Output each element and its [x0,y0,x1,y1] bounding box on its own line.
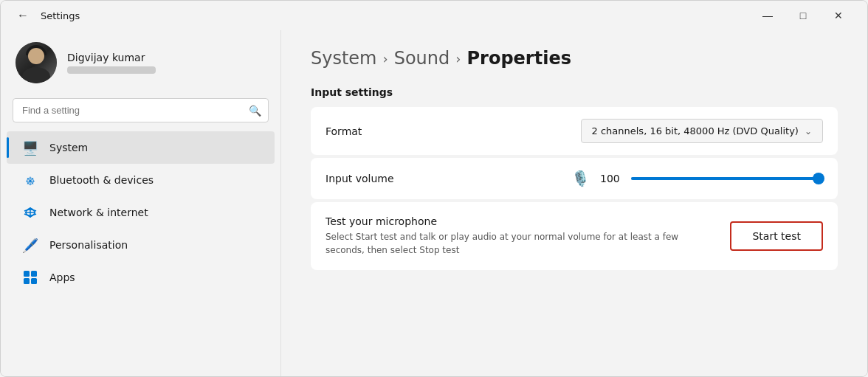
volume-card: Input volume 🎙️ 100 [311,158,838,199]
slider-fill [631,177,823,180]
format-label: Format [326,125,362,137]
maximize-button[interactable]: □ [786,4,820,27]
apps-icon [21,269,39,286]
sidebar-item-label-apps: Apps [49,271,75,283]
title-bar: ← Settings — □ ✕ [1,1,867,30]
sidebar-item-label-personalisation: Personalisation [49,239,128,251]
sidebar-item-label-system: System [49,142,88,153]
sidebar-item-label-bluetooth: Bluetooth & devices [49,174,154,186]
svg-rect-2 [24,271,30,277]
user-info: Digvijay kumar [67,52,156,74]
sidebar-item-label-network: Network & internet [49,207,148,218]
breadcrumb-sep-1: › [383,51,388,66]
search-box: 🔍 [13,98,269,122]
settings-window: ← Settings — □ ✕ Digvijay kum [0,0,868,377]
volume-value: 100 [600,173,621,184]
avatar-image [16,42,57,83]
mic-test-card: Test your microphone Select Start test a… [311,202,838,270]
search-input[interactable] [13,98,269,122]
svg-rect-5 [31,278,37,284]
user-account-bar [67,66,156,74]
search-icon: 🔍 [249,105,261,117]
window-title: Settings [41,10,80,21]
network-icon [21,204,39,221]
volume-controls: 🎙️ 100 [571,170,823,187]
breadcrumb-sep-2: › [455,51,461,66]
format-row: Format 2 channels, 16 bit, 48000 Hz (DVD… [311,107,838,155]
svg-rect-3 [31,271,37,277]
sidebar-item-system[interactable]: 🖥️ System [7,131,275,164]
section-header: Input settings [311,86,838,98]
start-test-button[interactable]: Start test [730,221,823,251]
sidebar-item-network[interactable]: Network & internet [7,196,275,229]
volume-label: Input volume [326,173,394,184]
content-area: System › Sound › Properties Input settin… [281,30,867,376]
slider-thumb [813,173,824,184]
format-card: Format 2 channels, 16 bit, 48000 Hz (DVD… [311,107,838,155]
format-dropdown[interactable]: 2 channels, 16 bit, 48000 Hz (DVD Qualit… [581,119,823,143]
breadcrumb-sound[interactable]: Sound [394,48,450,69]
mic-test-title: Test your microphone [326,215,680,227]
volume-slider[interactable] [631,177,823,180]
user-profile: Digvijay kumar [1,30,280,98]
avatar [16,42,57,83]
system-icon: 🖥️ [21,139,39,156]
breadcrumb-properties: Properties [466,48,571,69]
bluetooth-icon: ⎈ [21,171,39,189]
sidebar-item-personalisation[interactable]: 🖊️ Personalisation [7,229,275,261]
back-button[interactable]: ← [13,5,33,26]
svg-rect-4 [24,278,30,284]
personalisation-icon: 🖊️ [21,236,39,254]
breadcrumb-system[interactable]: System [311,48,377,69]
sidebar: Digvijay kumar 🔍 🖥️ System ⎈ Bluetooth &… [1,30,281,376]
avatar-body [22,67,50,83]
close-button[interactable]: ✕ [822,4,855,27]
main-layout: Digvijay kumar 🔍 🖥️ System ⎈ Bluetooth &… [1,30,867,376]
sidebar-item-bluetooth[interactable]: ⎈ Bluetooth & devices [7,164,275,196]
chevron-down-icon: ⌄ [805,126,812,136]
volume-row: Input volume 🎙️ 100 [311,158,838,199]
user-name: Digvijay kumar [67,52,156,63]
sidebar-item-apps[interactable]: Apps [7,261,275,294]
breadcrumb: System › Sound › Properties [311,48,838,69]
window-controls: — □ ✕ [751,4,855,27]
avatar-head [28,48,44,64]
mic-test-description: Select Start test and talk or play audio… [326,230,680,257]
title-bar-left: ← Settings [13,5,80,26]
microphone-icon: 🎙️ [571,170,590,187]
format-dropdown-value: 2 channels, 16 bit, 48000 Hz (DVD Qualit… [592,125,799,136]
minimize-button[interactable]: — [751,4,785,27]
mic-test-info: Test your microphone Select Start test a… [326,215,680,257]
